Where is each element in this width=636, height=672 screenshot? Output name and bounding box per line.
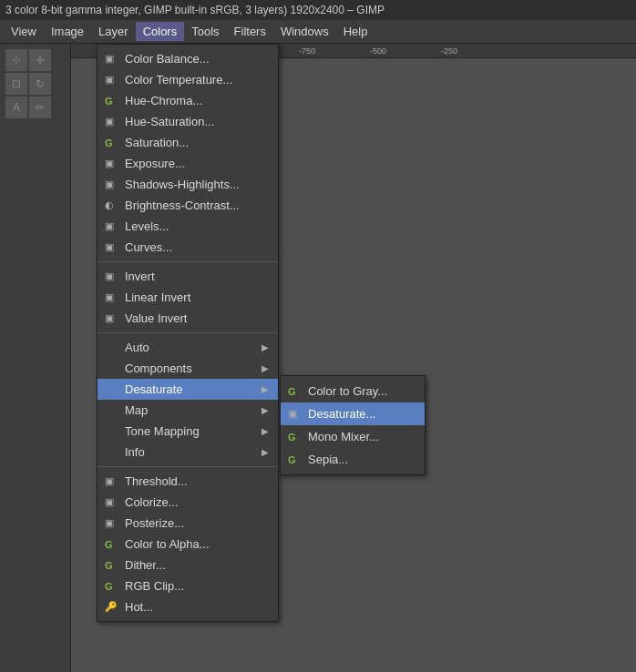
menu-item-hue-saturation[interactable]: ▣ Hue-Saturation... bbox=[97, 111, 278, 132]
title-bar: 3 color 8-bit gamma integer, GIMP built-… bbox=[0, 0, 636, 20]
check-icon: ▣ bbox=[105, 74, 114, 86]
menu-item-tone-mapping[interactable]: Tone Mapping ▶ bbox=[97, 421, 278, 442]
tool-crop[interactable]: ⊡ bbox=[5, 73, 27, 95]
check-icon: ▣ bbox=[105, 116, 114, 127]
menu-view[interactable]: View bbox=[4, 22, 44, 41]
divider-3 bbox=[97, 466, 278, 467]
check-icon: ▣ bbox=[105, 53, 114, 65]
divider-2 bbox=[97, 332, 278, 333]
g-icon: G bbox=[105, 539, 113, 550]
menu-item-hue-chroma[interactable]: G Hue-Chroma... bbox=[97, 90, 278, 111]
submenu-item-color-to-gray[interactable]: G Color to Gray... bbox=[281, 380, 425, 402]
menu-item-rgb-clip[interactable]: G RGB Clip... bbox=[97, 575, 278, 596]
g-icon: G bbox=[105, 96, 113, 107]
colors-dropdown: ▣ Color Balance... ▣ Color Temperature..… bbox=[97, 44, 279, 622]
menu-item-color-to-alpha[interactable]: G Color to Alpha... bbox=[97, 534, 278, 555]
tool-pencil[interactable]: ✏ bbox=[29, 97, 51, 118]
menu-windows[interactable]: Windows bbox=[273, 22, 336, 41]
main-area: ⊹ ✛ ⊡ ↻ A ✏ -1250 -1000 -750 -500 -250 ▣ bbox=[0, 44, 636, 672]
check-icon: ▣ bbox=[105, 312, 114, 324]
arrow-icon: ▶ bbox=[243, 384, 269, 394]
colors-menu: ▣ Color Balance... ▣ Color Temperature..… bbox=[97, 44, 279, 622]
menu-item-shadows-highlights[interactable]: ▣ Shadows-Highlights... bbox=[97, 174, 278, 195]
check-icon: ▣ bbox=[105, 220, 114, 232]
menu-item-threshold[interactable]: ▣ Threshold... bbox=[97, 471, 278, 492]
menu-item-linear-invert[interactable]: ▣ Linear Invert bbox=[97, 287, 278, 308]
menu-item-auto[interactable]: Auto ▶ bbox=[97, 337, 278, 358]
arrow-icon: ▶ bbox=[243, 426, 269, 436]
menu-filters[interactable]: Filters bbox=[227, 22, 273, 41]
menu-item-color-temperature[interactable]: ▣ Color Temperature... bbox=[97, 69, 278, 90]
g-icon: G bbox=[105, 137, 113, 148]
arrow-icon: ▶ bbox=[243, 447, 269, 457]
check-icon: ▣ bbox=[105, 270, 114, 282]
menu-item-invert[interactable]: ▣ Invert bbox=[97, 266, 278, 287]
check-icon: ◐ bbox=[105, 199, 114, 211]
menu-item-value-invert[interactable]: ▣ Value Invert bbox=[97, 308, 278, 329]
tool-move[interactable]: ✛ bbox=[29, 49, 51, 71]
menu-item-hot[interactable]: 🔑 Hot... bbox=[97, 596, 278, 617]
check-icon: ▣ bbox=[105, 475, 114, 487]
menu-item-posterize[interactable]: ▣ Posterize... bbox=[97, 513, 278, 534]
menu-item-curves[interactable]: ▣ Curves... bbox=[97, 237, 278, 258]
menu-colors[interactable]: Colors bbox=[136, 22, 185, 41]
menu-layer[interactable]: Layer bbox=[91, 22, 136, 41]
menu-item-saturation[interactable]: G Saturation... bbox=[97, 132, 278, 153]
g-icon: G bbox=[288, 432, 296, 443]
g-icon: G bbox=[288, 454, 296, 465]
menu-image[interactable]: Image bbox=[44, 22, 91, 41]
title-text: 3 color 8-bit gamma integer, GIMP built-… bbox=[5, 4, 385, 16]
arrow-icon: ▶ bbox=[243, 405, 269, 415]
canvas-area: -1250 -1000 -750 -500 -250 ▣ Color Balan… bbox=[71, 44, 636, 672]
menu-item-info[interactable]: Info ▶ bbox=[97, 442, 278, 463]
submenu-item-sepia[interactable]: G Sepia... bbox=[281, 448, 425, 471]
g-icon: G bbox=[288, 386, 296, 397]
menu-item-map[interactable]: Map ▶ bbox=[97, 400, 278, 421]
menu-item-levels[interactable]: ▣ Levels... bbox=[97, 216, 278, 237]
menu-help[interactable]: Help bbox=[336, 22, 375, 41]
menu-item-color-balance[interactable]: ▣ Color Balance... bbox=[97, 48, 278, 69]
check-icon: ▣ bbox=[105, 496, 114, 508]
check-icon: ▣ bbox=[105, 517, 114, 529]
menu-item-desaturate[interactable]: Desaturate ▶ G Color to Gray... ▣ Desatu… bbox=[97, 379, 278, 400]
tool-select[interactable]: ⊹ bbox=[5, 49, 27, 71]
menu-item-colorize[interactable]: ▣ Colorize... bbox=[97, 492, 278, 513]
menu-item-exposure[interactable]: ▣ Exposure... bbox=[97, 153, 278, 174]
check-icon: ▣ bbox=[105, 241, 114, 253]
check-icon: ▣ bbox=[105, 291, 114, 303]
menu-item-components[interactable]: Components ▶ bbox=[97, 358, 278, 379]
submenu-item-desaturate[interactable]: ▣ Desaturate... bbox=[281, 402, 425, 425]
divider-1 bbox=[97, 261, 278, 262]
tool-text[interactable]: A bbox=[5, 97, 27, 118]
menu-item-dither[interactable]: G Dither... bbox=[97, 555, 278, 575]
menu-bar: View Image Layer Colors Tools Filters Wi… bbox=[0, 20, 636, 44]
menu-tools[interactable]: Tools bbox=[184, 22, 226, 41]
submenu-item-mono-mixer[interactable]: G Mono Mixer... bbox=[281, 425, 425, 448]
g-icon: G bbox=[105, 581, 113, 592]
check-icon: ▣ bbox=[105, 158, 114, 169]
check-icon: ▣ bbox=[288, 408, 297, 420]
key-icon: 🔑 bbox=[105, 601, 118, 613]
toolbox: ⊹ ✛ ⊡ ↻ A ✏ bbox=[0, 44, 71, 672]
tool-rotate[interactable]: ↻ bbox=[29, 73, 51, 95]
arrow-icon: ▶ bbox=[243, 342, 269, 352]
arrow-icon: ▶ bbox=[243, 363, 269, 373]
g-icon: G bbox=[105, 560, 113, 571]
desaturate-submenu: G Color to Gray... ▣ Desaturate... G Mon… bbox=[280, 375, 426, 475]
check-icon: ▣ bbox=[105, 178, 114, 190]
menu-item-brightness-contrast[interactable]: ◐ Brightness-Contrast... bbox=[97, 195, 278, 216]
